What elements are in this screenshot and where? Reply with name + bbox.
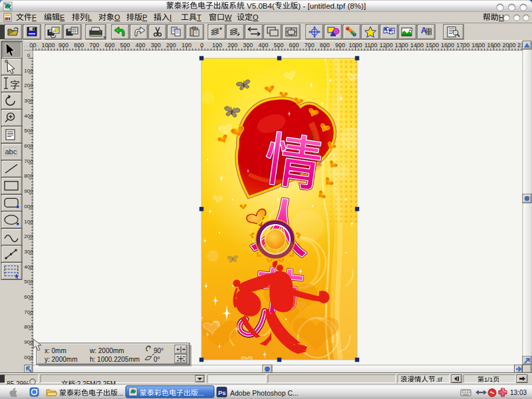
svg-text:1600: 1600 — [441, 42, 454, 49]
svg-text:O: O — [114, 13, 120, 21]
svg-text:700: 700 — [89, 42, 99, 49]
svg-text:000: 000 — [24, 203, 33, 209]
svg-text:900: 900 — [24, 339, 33, 345]
svg-text:900: 900 — [59, 42, 68, 49]
svg-text:P: P — [142, 13, 147, 21]
svg-text:0°: 0° — [154, 356, 160, 363]
svg-text:1400: 1400 — [410, 42, 424, 49]
svg-text:1500: 1500 — [426, 42, 439, 49]
svg-text:500: 500 — [24, 128, 33, 134]
svg-text:Adobe Photoshop C...: Adobe Photoshop C... — [230, 389, 299, 397]
svg-text:V5.0B4(: V5.0B4( — [245, 1, 275, 10]
svg-text:1100: 1100 — [364, 42, 377, 49]
svg-text:100: 100 — [24, 219, 33, 225]
svg-text:1200: 1200 — [380, 42, 393, 49]
svg-text:H: H — [499, 13, 504, 21]
svg-text:500: 500 — [120, 42, 130, 49]
svg-text:100: 100 — [182, 42, 192, 49]
svg-text:1000: 1000 — [348, 42, 362, 49]
svg-text:F: F — [32, 13, 37, 21]
svg-text:200: 200 — [166, 42, 176, 49]
svg-text:x: 0mm: x: 0mm — [45, 347, 66, 354]
svg-text:13:03: 13:03 — [510, 389, 527, 396]
svg-text:T: T — [197, 13, 201, 21]
svg-text:L: L — [88, 13, 92, 21]
svg-text:E: E — [60, 13, 65, 21]
svg-text:400: 400 — [24, 264, 33, 270]
svg-text:900: 900 — [335, 42, 345, 49]
svg-text:...: ... — [198, 389, 204, 397]
svg-text:I: I — [170, 13, 172, 21]
svg-text:700: 700 — [24, 309, 33, 315]
svg-text:400: 400 — [136, 42, 146, 49]
svg-text:y: 2000mm: y: 2000mm — [45, 356, 77, 363]
svg-text:300: 300 — [243, 42, 253, 49]
svg-text:000: 000 — [24, 354, 33, 360]
svg-text:300: 300 — [24, 98, 33, 104]
svg-text:800: 800 — [74, 42, 84, 49]
svg-text:800: 800 — [24, 324, 33, 330]
svg-text:600: 600 — [24, 143, 33, 149]
svg-text:w: 2000mm: w: 2000mm — [89, 347, 124, 354]
svg-text:600: 600 — [289, 42, 299, 49]
svg-text:h: 1000.2205mm: h: 1000.2205mm — [90, 356, 140, 363]
svg-text:600: 600 — [24, 294, 33, 300]
svg-text:90°: 90° — [154, 347, 164, 354]
svg-text:900: 900 — [24, 188, 33, 194]
svg-text:600: 600 — [104, 42, 114, 49]
svg-text:200: 200 — [24, 82, 33, 88]
svg-text:100: 100 — [212, 42, 222, 49]
svg-text:300: 300 — [151, 42, 161, 49]
svg-text:300: 300 — [24, 249, 33, 255]
svg-text:.tif: .tif — [436, 376, 443, 383]
svg-text:500: 500 — [24, 279, 33, 285]
svg-text:2000: 2000 — [502, 42, 515, 49]
svg-text:00: 00 — [29, 42, 36, 49]
svg-text:700: 700 — [305, 42, 315, 49]
svg-text:W: W — [225, 13, 232, 21]
svg-text:) - [untitled.tpf (8%)]: ) - [untitled.tpf (8%)] — [298, 1, 366, 10]
svg-text:...: ... — [118, 389, 124, 397]
svg-text:1800: 1800 — [471, 42, 485, 49]
svg-text:500: 500 — [273, 42, 283, 49]
svg-text:abc: abc — [5, 148, 17, 156]
svg-text:0: 0 — [27, 53, 31, 59]
svg-text:800: 800 — [320, 42, 330, 49]
svg-text:400: 400 — [24, 113, 33, 119]
svg-text:1000: 1000 — [41, 42, 55, 49]
svg-text:1700: 1700 — [456, 42, 469, 49]
svg-text:O: O — [253, 13, 259, 21]
svg-text:800: 800 — [24, 173, 33, 179]
svg-text:400: 400 — [258, 42, 268, 49]
svg-text:1900: 1900 — [487, 42, 500, 49]
svg-text:0: 0 — [200, 42, 203, 49]
svg-text:1/1: 1/1 — [484, 376, 493, 383]
svg-text:1300: 1300 — [395, 42, 408, 49]
svg-text:700: 700 — [24, 158, 33, 164]
svg-text:Ps: Ps — [218, 389, 226, 396]
svg-text:100: 100 — [24, 68, 33, 74]
svg-text:200: 200 — [227, 42, 237, 49]
svg-text:200: 200 — [24, 233, 33, 239]
